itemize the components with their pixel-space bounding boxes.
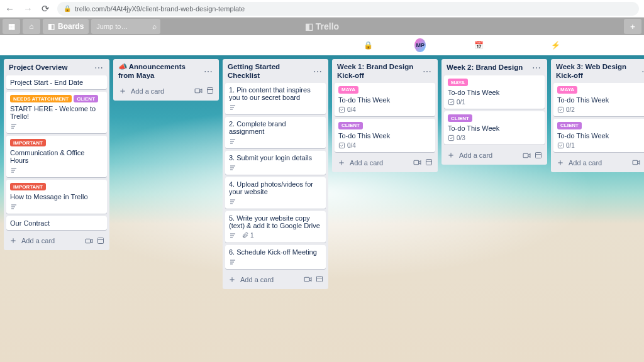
card[interactable]: MayaTo-do This Week0/1 xyxy=(444,75,545,109)
list-menu-button[interactable]: ⋯ xyxy=(640,67,644,77)
automation-button[interactable]: ⚡ Automation (5 Tips) xyxy=(546,37,618,53)
card-title: 2. Complete brand assignment xyxy=(229,120,322,135)
visibility-button[interactable]: 🔒 Private xyxy=(358,37,404,53)
card-label[interactable]: Maya xyxy=(557,86,577,94)
board-menu-button[interactable]: ⋯ xyxy=(623,37,638,53)
video-icon[interactable] xyxy=(413,158,421,167)
list-menu-button[interactable]: ⋯ xyxy=(421,67,433,77)
list-menu-button[interactable]: ⋯ xyxy=(531,63,542,73)
list: Week 3: Web Design Kick-off⋯MayaTo-do Th… xyxy=(551,59,644,172)
list-title[interactable]: Week 1: Brand Design Kick-off xyxy=(337,63,421,80)
board-title[interactable]: Client Brand + Web Design [Template] xyxy=(57,35,197,56)
member-avatar[interactable]: MP xyxy=(414,38,425,52)
card-label[interactable]: Maya xyxy=(448,79,468,86)
video-icon[interactable] xyxy=(194,87,203,95)
list: Week 2: Brand Design⋯MayaTo-do This Week… xyxy=(441,59,547,165)
board-icon: ◧ xyxy=(11,41,18,50)
card-badges xyxy=(10,123,103,130)
board-view-switcher[interactable]: ◧ Board ▾ xyxy=(6,37,52,53)
add-card-button[interactable]: ＋Add a card xyxy=(6,233,107,248)
template-icon[interactable] xyxy=(206,87,214,95)
reload-icon[interactable]: ⟳ xyxy=(42,3,50,14)
add-card-button[interactable]: ＋Add a card xyxy=(553,155,644,170)
checklist-badge: 0/4 xyxy=(338,142,356,149)
list-menu-button[interactable]: ⋯ xyxy=(203,67,214,77)
card-badges: 0/1 xyxy=(557,142,644,149)
add-card-button[interactable]: ＋Add a card xyxy=(335,155,435,170)
template-icon[interactable] xyxy=(97,237,104,245)
card-label[interactable]: Client xyxy=(338,122,363,129)
card[interactable]: Our Contract xyxy=(6,216,107,230)
card-title: Our Contract xyxy=(10,219,103,227)
url-bar[interactable]: 🔒 trello.com/b/4At4jyX9/client-brand-web… xyxy=(57,2,639,16)
card[interactable]: 3. Submit your login details xyxy=(225,151,326,175)
card[interactable]: 6. Schedule Kick-off Meeting xyxy=(225,245,326,269)
boards-button[interactable]: ◧ Boards xyxy=(43,19,89,34)
invite-button[interactable]: Invite xyxy=(431,37,459,53)
workspace-button[interactable]: Maya Palmer Designs (public) xyxy=(228,37,318,53)
card[interactable]: 5. Write your website copy (text) & add … xyxy=(225,211,326,243)
card-title: 4. Upload photos/videos for your website xyxy=(229,180,322,195)
list-title[interactable]: Project Overview xyxy=(9,63,93,72)
jump-search[interactable]: ⌕ xyxy=(91,19,160,34)
lock-icon: 🔒 xyxy=(364,41,373,50)
add-card-button[interactable]: ＋Add a card xyxy=(225,272,326,287)
video-icon[interactable] xyxy=(304,275,312,283)
video-icon[interactable] xyxy=(85,237,93,245)
home-button[interactable]: ⌂ xyxy=(23,19,40,34)
add-card-button[interactable]: ＋Add a card xyxy=(116,83,216,98)
plus-icon: ＋ xyxy=(9,235,18,246)
apps-button[interactable]: ▦ xyxy=(3,19,20,34)
card[interactable]: MayaTo-do This Week0/4 xyxy=(335,83,435,116)
list-title[interactable]: 📣 Announcements from Maya xyxy=(118,63,203,80)
back-icon[interactable]: ← xyxy=(5,3,14,14)
card-label[interactable]: Client xyxy=(557,122,582,129)
template-icon[interactable] xyxy=(425,158,433,167)
video-icon[interactable] xyxy=(632,158,640,167)
svg-rect-37 xyxy=(339,143,344,148)
boards-icon: ◧ xyxy=(48,22,55,31)
card[interactable]: IMPORTANTCommunication & Office Hours xyxy=(6,136,107,177)
svg-rect-46 xyxy=(558,107,563,112)
board-canvas: Project Overview⋯Project Start - End Dat… xyxy=(0,55,644,362)
card[interactable]: ClientTo-do This Week0/1 xyxy=(553,119,644,152)
add-card-label: Add a card xyxy=(569,159,602,167)
list-menu-button[interactable]: ⋯ xyxy=(312,67,323,77)
card-label[interactable]: NEEDS ATTATCHMENT xyxy=(10,95,72,102)
jump-search-input[interactable] xyxy=(91,19,160,34)
forward-icon[interactable]: → xyxy=(23,3,33,14)
card-label[interactable]: IMPORTANT xyxy=(10,139,46,146)
list-title[interactable]: Week 2: Brand Design xyxy=(447,63,531,72)
card[interactable]: ClientTo-do This Week0/4 xyxy=(335,119,435,152)
svg-rect-33 xyxy=(304,277,309,282)
template-icon[interactable] xyxy=(316,275,323,283)
url-text: trello.com/b/4At4jyX9/client-brand-web-d… xyxy=(75,5,245,13)
card-badges xyxy=(229,258,322,266)
card-title: 3. Submit your login details xyxy=(229,154,322,162)
card[interactable]: Project Start - End Date xyxy=(6,75,107,89)
card[interactable]: NEEDS ATTATCHMENTClientSTART HERE - Welc… xyxy=(6,92,107,133)
trello-logo[interactable]: ◧ Trello xyxy=(305,21,339,31)
plan-badge[interactable]: Free xyxy=(323,37,348,53)
list-menu-button[interactable]: ⋯ xyxy=(93,63,104,73)
card-label[interactable]: Client xyxy=(74,95,98,102)
add-card-button[interactable]: ＋Add a card xyxy=(444,147,545,162)
card[interactable]: 1. Pin content that inspires you to our … xyxy=(225,83,326,114)
calendar-powerup-button[interactable]: 📅 Calendar Power-Up xyxy=(469,37,541,53)
card-label[interactable]: IMPORTANT xyxy=(10,183,46,190)
card[interactable]: MayaTo-do This Week0/2 xyxy=(553,83,644,116)
list-title[interactable]: Week 3: Web Design Kick-off xyxy=(556,63,640,80)
template-icon[interactable] xyxy=(535,151,542,160)
card-badges: 1 xyxy=(229,232,322,239)
card[interactable]: ClientTo-do This Week0/3 xyxy=(444,111,545,145)
card-label[interactable]: Client xyxy=(448,114,472,122)
card-label[interactable]: Maya xyxy=(338,86,358,94)
create-button[interactable]: ＋ xyxy=(624,19,641,34)
video-icon[interactable] xyxy=(523,151,531,160)
star-button[interactable]: ☆ xyxy=(203,37,217,53)
card[interactable]: 4. Upload photos/videos for your website xyxy=(225,177,326,209)
card[interactable]: 2. Complete brand assignment xyxy=(225,117,326,148)
list-title[interactable]: Getting Started Checklist xyxy=(228,63,312,80)
card[interactable]: IMPORTANTHow to Message in Trello xyxy=(6,180,107,214)
plus-icon: ＋ xyxy=(556,157,565,168)
